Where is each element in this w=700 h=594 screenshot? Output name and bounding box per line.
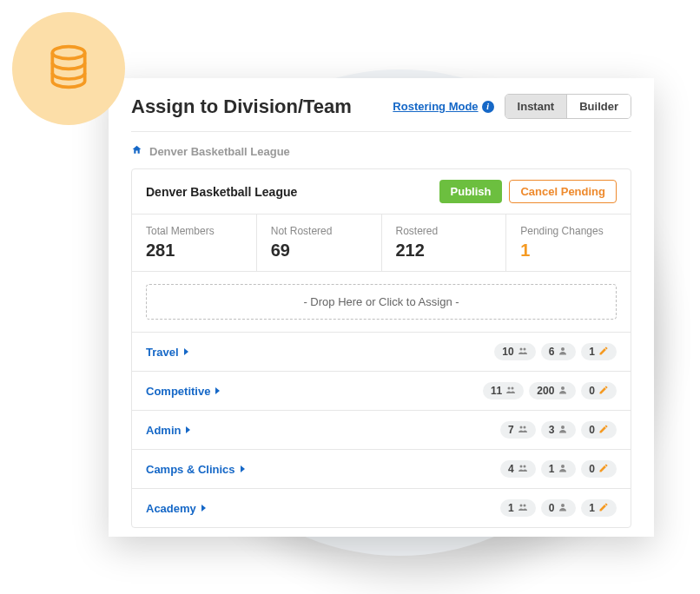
pending-count: 1 (589, 346, 595, 358)
division-row: Admin730 (132, 410, 631, 449)
breadcrumb: Denver Basketball League (109, 132, 654, 168)
group-icon (518, 502, 528, 514)
division-name-link[interactable]: Admin (146, 424, 190, 437)
stat-pending-value: 1 (520, 241, 617, 261)
rostering-mode-label: Rostering Mode (393, 100, 478, 113)
teams-pill[interactable]: 10 (494, 343, 535, 360)
division-name: Travel (146, 346, 179, 359)
svg-point-4 (508, 387, 511, 390)
group-icon (518, 463, 528, 475)
rostering-mode-link[interactable]: Rostering Mode i (393, 100, 493, 113)
teams-pill[interactable]: 11 (483, 382, 524, 399)
division-row: Competitive112000 (132, 371, 631, 410)
card-actions: Publish Cancel Pending (439, 180, 617, 203)
division-name: Competitive (146, 385, 210, 398)
stat-rostered-label: Rostered (396, 225, 492, 237)
members-pill[interactable]: 200 (529, 382, 576, 399)
svg-point-7 (519, 426, 522, 429)
info-icon: i (482, 101, 494, 113)
svg-point-9 (561, 426, 565, 429)
members-count: 1 (549, 463, 555, 475)
publish-button[interactable]: Publish (439, 180, 503, 203)
teams-pill[interactable]: 4 (500, 460, 536, 478)
teams-pill[interactable]: 7 (500, 421, 536, 439)
members-pill[interactable]: 1 (541, 460, 577, 478)
stat-not-rostered-label: Not Rostered (271, 225, 367, 237)
division-list: Travel1061Competitive112000Admin730Camps… (132, 332, 631, 527)
teams-count: 7 (508, 424, 514, 436)
teams-count: 11 (491, 385, 502, 397)
svg-point-11 (523, 465, 525, 468)
svg-point-13 (519, 505, 522, 507)
svg-point-8 (523, 426, 525, 429)
person-icon (558, 346, 568, 358)
chevron-right-icon (241, 465, 245, 472)
card-header: Denver Basketball League Publish Cancel … (132, 169, 631, 214)
card-title: Denver Basketball League (146, 185, 297, 199)
pending-pill[interactable]: 0 (581, 421, 617, 439)
division-row: Travel1061 (132, 332, 631, 371)
person-icon (558, 502, 568, 514)
division-name-link[interactable]: Travel (146, 346, 188, 359)
members-pill[interactable]: 0 (541, 499, 577, 517)
stat-rostered-value: 212 (396, 241, 492, 261)
division-name-link[interactable]: Camps & Clinics (146, 463, 245, 476)
main-panel: Assign to Division/Team Rostering Mode i… (109, 78, 654, 537)
mode-toggle: Instant Builder (505, 94, 631, 119)
svg-point-1 (519, 348, 522, 351)
svg-point-0 (52, 47, 84, 59)
panel-header: Assign to Division/Team Rostering Mode i… (109, 78, 654, 131)
pill-group: 730 (500, 421, 617, 439)
stat-pending: Pending Changes 1 (505, 214, 631, 271)
pending-pill[interactable]: 1 (581, 499, 617, 517)
pill-group: 112000 (483, 382, 617, 399)
chevron-right-icon (201, 505, 206, 512)
members-pill[interactable]: 3 (541, 421, 577, 439)
svg-point-2 (523, 348, 525, 351)
breadcrumb-league[interactable]: Denver Basketball League (149, 145, 290, 158)
svg-point-14 (523, 505, 525, 507)
pill-group: 410 (500, 460, 617, 478)
cancel-pending-button[interactable]: Cancel Pending (509, 180, 617, 203)
division-name: Admin (146, 424, 181, 437)
group-icon (505, 385, 516, 397)
pending-pill[interactable]: 0 (581, 382, 617, 399)
svg-point-6 (561, 386, 565, 390)
pending-count: 0 (589, 463, 595, 475)
teams-pill[interactable]: 1 (500, 499, 536, 517)
stat-rostered: Rostered 212 (381, 214, 506, 271)
stats-row: Total Members 281 Not Rostered 69 Roster… (132, 214, 631, 272)
members-count: 200 (537, 385, 554, 397)
division-row: Academy101 (132, 488, 631, 527)
members-count: 6 (549, 346, 555, 358)
teams-count: 1 (508, 502, 514, 514)
group-icon (518, 424, 528, 436)
svg-point-3 (561, 347, 565, 351)
home-icon[interactable] (131, 144, 142, 158)
stat-total-label: Total Members (146, 225, 242, 237)
division-name: Academy (146, 502, 196, 515)
members-count: 3 (549, 424, 555, 436)
group-icon (518, 346, 528, 358)
page-title: Assign to Division/Team (131, 96, 352, 118)
pencil-icon (598, 502, 609, 514)
pending-pill[interactable]: 0 (581, 460, 617, 478)
pending-pill[interactable]: 1 (581, 343, 617, 360)
division-name: Camps & Clinics (146, 463, 235, 476)
assign-dropzone[interactable]: - Drop Here or Click to Assign - (146, 284, 617, 320)
pending-count: 1 (589, 502, 595, 514)
division-name-link[interactable]: Competitive (146, 385, 220, 398)
toggle-instant[interactable]: Instant (505, 95, 567, 118)
stat-not-rostered: Not Rostered 69 (256, 214, 381, 271)
pencil-icon (598, 385, 609, 397)
league-card: Denver Basketball League Publish Cancel … (131, 168, 631, 528)
toggle-builder[interactable]: Builder (566, 95, 631, 118)
chevron-right-icon (186, 426, 190, 433)
pill-group: 101 (500, 499, 617, 517)
division-name-link[interactable]: Academy (146, 502, 206, 515)
svg-point-10 (519, 465, 522, 468)
stat-total: Total Members 281 (132, 214, 256, 271)
pending-count: 0 (589, 424, 595, 436)
svg-point-15 (561, 504, 565, 507)
members-pill[interactable]: 6 (541, 343, 577, 360)
